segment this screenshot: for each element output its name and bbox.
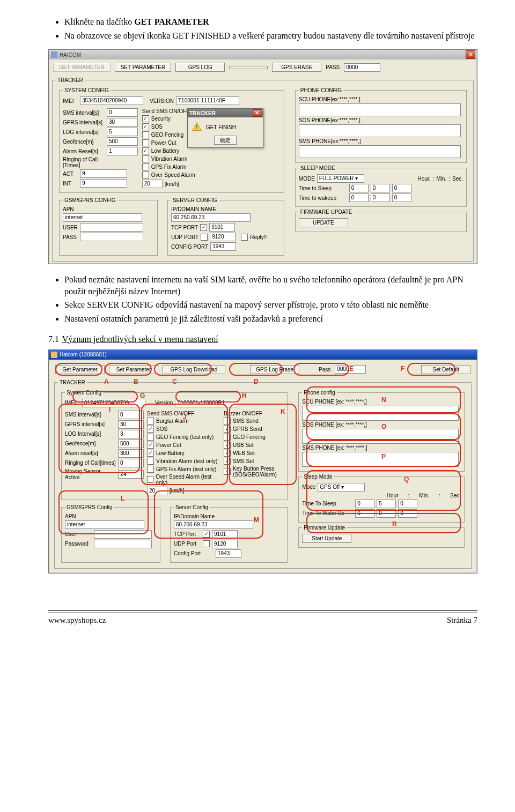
checkbox[interactable] bbox=[224, 468, 231, 475]
ip-input[interactable]: 60.250.69.23 bbox=[174, 520, 253, 529]
checkbox[interactable] bbox=[224, 442, 231, 449]
close-icon[interactable]: ✕ bbox=[253, 109, 261, 117]
input[interactable]: 0 bbox=[377, 509, 396, 518]
input[interactable]: 0 bbox=[355, 509, 374, 518]
udp-checkbox[interactable] bbox=[201, 234, 208, 241]
titlebar[interactable]: Haicom (12080601) bbox=[49, 350, 477, 360]
sos-phone-input[interactable] bbox=[299, 124, 461, 137]
checkbox[interactable] bbox=[147, 442, 154, 449]
get-parameter-button[interactable]: Get Parameter bbox=[55, 365, 105, 374]
titlebar[interactable]: HAICOM ✕ bbox=[49, 50, 477, 59]
input[interactable]: 0 bbox=[398, 500, 417, 508]
sos-checkbox[interactable] bbox=[142, 123, 149, 130]
get-parameter-button[interactable]: GET PARAMETER bbox=[53, 63, 111, 72]
checkbox[interactable] bbox=[224, 434, 231, 441]
checkbox[interactable] bbox=[147, 418, 154, 424]
update-button[interactable]: UPDATE bbox=[299, 218, 348, 227]
apn-input[interactable]: internet bbox=[65, 520, 144, 529]
log-interval-input[interactable]: 5 bbox=[107, 128, 138, 136]
lowbattery-checkbox[interactable] bbox=[142, 147, 149, 154]
powercut-checkbox[interactable] bbox=[142, 139, 149, 146]
password-input[interactable] bbox=[94, 540, 152, 548]
scu-phone-input[interactable] bbox=[299, 103, 461, 116]
udp-port-input[interactable]: 9120 bbox=[212, 540, 238, 548]
imei-input[interactable]: 353451040200940 bbox=[80, 96, 143, 105]
config-port-input[interactable]: 1943 bbox=[210, 242, 236, 251]
gps-log-erase-button[interactable]: GPS Log Erase bbox=[250, 365, 299, 374]
tcp-checkbox[interactable] bbox=[203, 531, 210, 538]
udp-checkbox[interactable] bbox=[203, 540, 210, 547]
tcp-checkbox[interactable] bbox=[200, 224, 207, 231]
input[interactable]: 0 bbox=[392, 193, 411, 202]
apn-input[interactable]: internet bbox=[63, 213, 142, 222]
dialog-ok-button[interactable]: 确定 bbox=[214, 136, 237, 145]
checkbox[interactable] bbox=[224, 418, 231, 424]
input[interactable]: 0 bbox=[118, 411, 144, 419]
checkbox[interactable] bbox=[224, 426, 231, 433]
sms-phone-input[interactable] bbox=[299, 145, 461, 158]
gps-erase-button[interactable]: GPS ERASE bbox=[272, 63, 321, 72]
gpsfix-checkbox[interactable] bbox=[142, 163, 149, 170]
input[interactable]: 0 bbox=[398, 509, 417, 518]
overspeed-checkbox[interactable] bbox=[142, 172, 149, 178]
version-input[interactable]: T100001-120808R1 bbox=[175, 399, 238, 407]
version-input[interactable]: T100001-1111140F bbox=[176, 96, 239, 105]
scu-phone-input[interactable] bbox=[302, 406, 459, 421]
int-input[interactable]: 9 bbox=[80, 179, 127, 188]
sms-phone-input[interactable] bbox=[302, 452, 459, 467]
input[interactable]: 5 bbox=[377, 500, 396, 508]
checkbox[interactable] bbox=[147, 458, 154, 465]
checkbox[interactable] bbox=[224, 458, 231, 465]
config-port-input[interactable]: 1943 bbox=[216, 549, 241, 558]
geofencing-checkbox[interactable] bbox=[142, 131, 149, 138]
gps-log-download-button[interactable]: GPS Log Download bbox=[163, 365, 225, 374]
user-input[interactable] bbox=[80, 223, 143, 232]
close-icon[interactable]: ✕ bbox=[466, 50, 475, 59]
blank-button[interactable] bbox=[229, 66, 268, 69]
input[interactable]: 500 bbox=[118, 439, 144, 448]
checkbox[interactable] bbox=[147, 466, 154, 473]
input[interactable]: 300 bbox=[118, 449, 144, 458]
mode-select[interactable]: GPS Off ▾ bbox=[318, 483, 365, 491]
checkbox[interactable] bbox=[147, 476, 153, 483]
input[interactable]: 0 bbox=[371, 193, 390, 202]
input[interactable]: 0 bbox=[355, 500, 374, 508]
user-input[interactable] bbox=[94, 530, 152, 539]
input[interactable]: 0 bbox=[349, 193, 369, 202]
vibration-checkbox[interactable] bbox=[142, 155, 149, 162]
imei-input[interactable]: 012497123456739 bbox=[82, 399, 145, 407]
gps-log-button[interactable]: GPS LOG bbox=[175, 63, 225, 72]
input[interactable]: 24 bbox=[118, 470, 144, 479]
gprs-interval-input[interactable]: 30 bbox=[107, 118, 138, 126]
pass-input[interactable] bbox=[80, 233, 143, 241]
sos-phone-input[interactable] bbox=[302, 429, 459, 444]
set-parameter-button[interactable]: Set Parameter bbox=[109, 365, 158, 374]
input[interactable]: 0 bbox=[349, 184, 369, 192]
sms-interval-input[interactable]: 0 bbox=[107, 108, 138, 117]
act-input[interactable]: 9 bbox=[80, 169, 127, 178]
start-update-button[interactable]: Start Update bbox=[302, 534, 351, 543]
tcp-port-input[interactable]: 9101 bbox=[212, 530, 238, 539]
set-default-button[interactable]: Set Default bbox=[421, 365, 470, 374]
checkbox[interactable] bbox=[147, 426, 154, 433]
mode-select[interactable]: FULL POWER ▾ bbox=[317, 174, 364, 183]
reply-checkbox[interactable] bbox=[241, 234, 248, 241]
alarm-reset-input[interactable]: 1 bbox=[107, 147, 138, 155]
security-checkbox[interactable] bbox=[142, 115, 149, 122]
set-parameter-button[interactable]: SET PARAMETER bbox=[115, 63, 172, 72]
checkbox[interactable] bbox=[147, 450, 154, 457]
udp-port-input[interactable]: 9120 bbox=[210, 233, 236, 241]
speed-input[interactable]: 20 bbox=[147, 487, 167, 495]
input[interactable]: 3 bbox=[118, 430, 144, 438]
pass-input[interactable]: 0000 bbox=[344, 63, 380, 72]
speed-input[interactable]: 20 bbox=[142, 180, 163, 188]
ip-input[interactable]: 60.250.69.23 bbox=[171, 213, 251, 222]
checkbox[interactable] bbox=[147, 434, 154, 441]
input[interactable]: 0 bbox=[371, 184, 390, 192]
input[interactable]: 30 bbox=[118, 420, 144, 429]
input[interactable]: 0 bbox=[118, 459, 144, 467]
tcp-port-input[interactable]: 9101 bbox=[209, 223, 235, 232]
input[interactable]: 0 bbox=[392, 184, 411, 192]
checkbox[interactable] bbox=[224, 450, 231, 457]
geofence-input[interactable]: 500 bbox=[107, 137, 138, 146]
